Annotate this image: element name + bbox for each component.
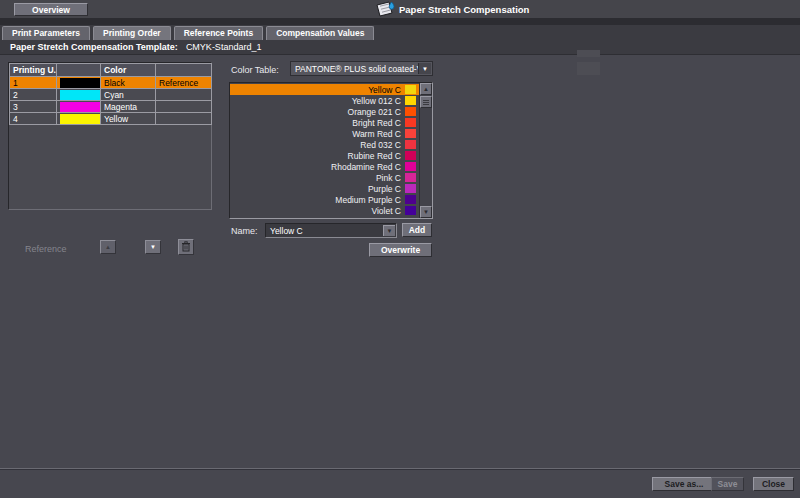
- tab-reference-points[interactable]: Reference Points: [174, 26, 263, 40]
- color-name: Red 032 C: [360, 140, 401, 150]
- printing-units-panel: Printing U...Color 1 Black Reference 2 C…: [8, 62, 212, 210]
- footer-divider-shadow: [0, 469, 800, 470]
- note-cell: [156, 89, 212, 101]
- template-label: Paper Stretch Compensation Template:: [10, 42, 178, 52]
- printing-units-body: 1 Black Reference 2 Cyan 3 Magenta 4 Yel…: [10, 77, 212, 125]
- name-value: Yellow C: [270, 226, 303, 236]
- list-item[interactable]: Pink C: [230, 172, 419, 183]
- color-swatch: [405, 96, 416, 105]
- reference-label: Reference: [25, 244, 67, 254]
- color-swatch: [60, 114, 100, 124]
- tab-compensation-values[interactable]: Compensation Values: [266, 26, 374, 40]
- chevron-down-icon[interactable]: ▼: [418, 63, 431, 74]
- color-swatch: [405, 151, 416, 160]
- swatch-cell: [57, 89, 101, 101]
- tab-printing-order[interactable]: Printing Order: [93, 26, 171, 40]
- note-cell: [156, 101, 212, 113]
- color-list: Yellow C Yellow 012 C Orange 021 C Brigh…: [229, 82, 433, 219]
- color-table-label: Color Table:: [231, 65, 279, 75]
- column-header: [57, 64, 101, 77]
- color-table-selected-value: PANTONE® PLUS solid coated-V2: [295, 64, 427, 74]
- color-cell: Cyan: [101, 89, 156, 101]
- name-combobox[interactable]: Yellow C ▼: [265, 223, 397, 238]
- save-as-button[interactable]: Save as...: [652, 477, 716, 491]
- paper-stretch-icon: [374, 1, 395, 17]
- table-row[interactable]: 4 Yellow: [10, 113, 212, 125]
- color-swatch: [405, 206, 416, 215]
- scroll-down-icon[interactable]: ▼: [420, 206, 432, 218]
- color-swatch: [405, 85, 416, 94]
- overwrite-button[interactable]: Overwrite: [369, 243, 432, 257]
- scrollbar-thumb[interactable]: [420, 96, 432, 108]
- list-item[interactable]: Rhodamine Red C: [230, 161, 419, 172]
- table-row[interactable]: 2 Cyan: [10, 89, 212, 101]
- color-swatch: [60, 78, 100, 88]
- color-name: Purple C: [368, 184, 401, 194]
- list-item[interactable]: Yellow C: [230, 84, 419, 95]
- color-table-select[interactable]: PANTONE® PLUS solid coated-V2 ▼: [290, 61, 433, 76]
- color-name: Orange 021 C: [348, 107, 401, 117]
- note-cell: Reference: [156, 77, 212, 89]
- color-cell: Black: [101, 77, 156, 89]
- template-row: Paper Stretch Compensation Template: CMY…: [0, 40, 800, 55]
- table-row[interactable]: 1 Black Reference: [10, 77, 212, 89]
- up-arrow-icon: ▲: [105, 244, 111, 250]
- list-item[interactable]: Red 032 C: [230, 139, 419, 150]
- close-button[interactable]: Close: [753, 477, 794, 491]
- unit-cell: 2: [10, 89, 57, 101]
- list-item[interactable]: Rubine Red C: [230, 150, 419, 161]
- color-name: Yellow C: [368, 85, 401, 95]
- chevron-down-icon[interactable]: ▼: [383, 225, 395, 236]
- list-item[interactable]: Warm Red C: [230, 128, 419, 139]
- color-swatch: [405, 173, 416, 182]
- color-swatch: [405, 129, 416, 138]
- scroll-up-icon[interactable]: ▲: [420, 83, 432, 95]
- color-swatch: [405, 107, 416, 116]
- save-button[interactable]: Save: [711, 477, 744, 491]
- list-item[interactable]: Purple C: [230, 183, 419, 194]
- color-swatch: [405, 140, 416, 149]
- name-label: Name:: [231, 226, 258, 236]
- column-header: Printing U...: [10, 64, 57, 77]
- color-swatch: [405, 184, 416, 193]
- move-up-button[interactable]: ▲: [100, 240, 116, 254]
- list-item[interactable]: Violet C: [230, 205, 419, 216]
- tab-print-parameters[interactable]: Print Parameters: [2, 26, 90, 40]
- title-bar: Overview Paper Stretch Compensation: [0, 0, 800, 18]
- color-name: Yellow 012 C: [352, 96, 401, 106]
- swatch-cell: [57, 113, 101, 125]
- down-arrow-icon: ▼: [150, 244, 156, 250]
- color-swatch: [405, 195, 416, 204]
- color-name: Rhodamine Red C: [331, 162, 401, 172]
- list-item[interactable]: Orange 021 C: [230, 106, 419, 117]
- color-cell: Magenta: [101, 101, 156, 113]
- color-name: Rubine Red C: [348, 151, 401, 161]
- overview-button[interactable]: Overview: [14, 3, 88, 16]
- color-swatch: [60, 102, 100, 112]
- panel-artifact: [577, 62, 600, 75]
- note-cell: [156, 113, 212, 125]
- color-swatch: [405, 118, 416, 127]
- list-item[interactable]: Bright Red C: [230, 117, 419, 128]
- swatch-cell: [57, 77, 101, 89]
- page-title: Paper Stretch Compensation: [399, 4, 529, 15]
- color-list-rows: Yellow C Yellow 012 C Orange 021 C Brigh…: [230, 84, 419, 216]
- color-list-scrollbar[interactable]: ▲ ▼: [419, 83, 432, 218]
- table-row[interactable]: 3 Magenta: [10, 101, 212, 113]
- list-item[interactable]: Yellow 012 C: [230, 95, 419, 106]
- delete-button[interactable]: [178, 239, 194, 255]
- color-swatch: [405, 162, 416, 171]
- unit-cell: 3: [10, 101, 57, 113]
- color-name: Warm Red C: [352, 129, 401, 139]
- add-button[interactable]: Add: [402, 223, 432, 237]
- color-name: Bright Red C: [352, 118, 401, 128]
- move-down-button[interactable]: ▼: [145, 240, 161, 254]
- color-swatch: [60, 90, 100, 100]
- color-name: Violet C: [371, 206, 401, 216]
- color-cell: Yellow: [101, 113, 156, 125]
- list-item[interactable]: Medium Purple C: [230, 194, 419, 205]
- swatch-cell: [57, 101, 101, 113]
- trash-icon: [181, 238, 191, 256]
- color-name: Medium Purple C: [335, 195, 401, 205]
- tab-bar: Print ParametersPrinting OrderReference …: [0, 25, 800, 40]
